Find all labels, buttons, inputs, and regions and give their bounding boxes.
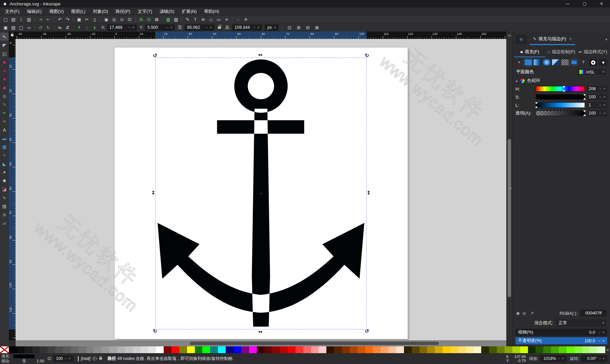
rgba-input[interactable]: 000407ff — [580, 310, 607, 317]
palette-swatch[interactable] — [365, 346, 373, 353]
current-layer-name[interactable]: [root] — [81, 356, 90, 361]
paint-bucket-tool[interactable]: ◣ — [0, 160, 8, 168]
palette-swatch[interactable] — [505, 346, 512, 353]
chevron-down-icon[interactable]: ▾ — [605, 37, 607, 42]
layer-lock-icon[interactable] — [99, 358, 102, 360]
fill-color-swatch[interactable] — [14, 355, 35, 358]
palette-swatch[interactable] — [412, 346, 420, 353]
palette-swatch[interactable] — [373, 346, 381, 353]
increment-button[interactable]: + — [210, 25, 212, 30]
palette-swatch[interactable] — [210, 346, 218, 353]
zoom-input[interactable]: 1018% − + — [540, 355, 567, 362]
spray-tool[interactable]: ✺ — [0, 177, 8, 185]
stroke-value[interactable]: 无 — [14, 359, 35, 363]
palette-swatch[interactable] — [551, 346, 559, 353]
increment-button[interactable]: + — [562, 356, 564, 361]
decrement-button[interactable]: − — [558, 356, 560, 361]
decrement-button[interactable]: − — [253, 25, 256, 30]
redo-icon[interactable]: ↷ — [64, 17, 72, 22]
palette-swatch[interactable] — [582, 346, 590, 353]
decrement-button[interactable]: − — [599, 86, 602, 91]
menu-item-2[interactable]: 编辑(E) — [23, 8, 45, 15]
increment-button[interactable]: + — [68, 356, 71, 361]
decrement-button[interactable]: − — [206, 25, 208, 30]
height-input[interactable]: 109.344−+ — [232, 24, 262, 31]
palette-config-icon[interactable]: ≡ — [605, 346, 610, 353]
text-tool[interactable]: A — [0, 126, 8, 134]
palette-swatch[interactable] — [133, 346, 141, 353]
select-all-icon[interactable]: ▣ — [2, 25, 9, 30]
palette-swatch[interactable] — [481, 346, 489, 353]
transform-pattern-toggle-icon[interactable]: ⊠ — [313, 25, 321, 30]
alpha-input[interactable]: 100−+ — [587, 110, 607, 117]
menu-item-1[interactable]: 文件(F) — [1, 8, 23, 15]
node-tool[interactable]: ◤ — [0, 41, 8, 49]
increment-button[interactable]: + — [257, 25, 260, 30]
palette-swatch[interactable] — [590, 346, 597, 353]
horizontal-scrollbar[interactable] — [16, 340, 506, 346]
increment-button[interactable]: + — [603, 95, 606, 99]
fill-stroke-indicator[interactable]: 填充: 描边: 无 1.00 — [1, 354, 44, 363]
display-mode-icon[interactable]: ▭ — [506, 32, 512, 39]
cms-circle-icon[interactable]: ◎ — [522, 311, 526, 316]
zoom-to-page-icon[interactable]: ⊙ — [118, 17, 126, 22]
selection-handle-t[interactable]: ↔ — [258, 53, 263, 58]
selection-handle-tr[interactable]: ↻ — [365, 53, 369, 58]
palette-swatch[interactable] — [63, 346, 71, 353]
minimize-button[interactable]: — — [559, 0, 576, 7]
fill-rule-evenodd-button[interactable] — [589, 59, 597, 66]
palette-swatch[interactable] — [102, 346, 109, 353]
flip-horizontal-icon[interactable]: ⇋ — [56, 25, 64, 30]
transform-stroke-toggle-icon[interactable]: ⊡ — [286, 25, 293, 30]
palette-swatch[interactable] — [543, 346, 551, 353]
palette-swatch[interactable] — [241, 346, 249, 353]
selection-handle-tl[interactable]: ↺ — [153, 53, 157, 58]
palette-swatch[interactable] — [218, 346, 226, 353]
palette-swatch[interactable] — [9, 346, 17, 353]
mesh-gradient-tool[interactable]: ▦ — [0, 143, 8, 151]
layers-dialog-icon[interactable]: ≋ — [199, 17, 207, 22]
menu-item-4[interactable]: 图层(L) — [67, 8, 89, 15]
palette-swatch[interactable] — [388, 346, 396, 353]
palette-swatch[interactable] — [71, 346, 79, 353]
paint-pattern-button[interactable] — [561, 59, 569, 65]
palette-swatch[interactable] — [117, 346, 125, 353]
units-dropdown[interactable]: px ▾ — [265, 24, 279, 31]
decrement-button[interactable]: − — [166, 25, 168, 30]
no-color-swatch[interactable] — [0, 346, 9, 353]
rotation-center-marker[interactable] — [259, 191, 263, 196]
decrement-button[interactable]: − — [128, 25, 130, 30]
text-dialog-icon[interactable]: T — [191, 17, 199, 22]
menu-item-10[interactable]: 帮助(H) — [200, 8, 223, 15]
gradient-tool[interactable]: ▬ — [0, 134, 8, 142]
palette-swatch[interactable] — [512, 346, 520, 353]
selection-handle-l[interactable]: ↕ — [151, 190, 156, 196]
find-replace-icon[interactable]: ◌ — [234, 17, 242, 22]
palette-swatch[interactable] — [272, 346, 280, 353]
palette-swatch[interactable] — [319, 346, 326, 353]
palette-swatch[interactable] — [47, 346, 55, 353]
palette-swatch[interactable] — [164, 346, 171, 353]
spiral-tool[interactable]: ◎ — [0, 92, 8, 100]
increment-button[interactable]: + — [603, 111, 606, 116]
rotation-input[interactable]: 0.00° − + — [581, 355, 607, 362]
layer-indicator[interactable]: [root] — [78, 356, 102, 361]
ungroup-icon[interactable]: ▧ — [172, 17, 180, 22]
palette-swatch[interactable] — [179, 346, 187, 353]
palette-swatch[interactable] — [443, 346, 450, 353]
palette-swatch[interactable] — [520, 346, 528, 353]
palette-swatch[interactable] — [288, 346, 296, 353]
unlink-clone-icon[interactable]: ⊠ — [153, 17, 161, 22]
decrement-button[interactable]: − — [598, 339, 601, 343]
increment-button[interactable]: + — [602, 330, 605, 335]
palette-swatch[interactable] — [450, 346, 458, 353]
decrement-button[interactable]: − — [598, 356, 601, 361]
palette-swatch[interactable] — [125, 346, 133, 353]
selection-bounding-box[interactable]: ↺↔↻↕↕↻↔↺ — [155, 58, 367, 329]
increment-button[interactable]: + — [603, 356, 605, 361]
paint-flat-color-button[interactable] — [525, 59, 532, 65]
save-document-icon[interactable]: ⇓ — [17, 17, 25, 22]
x-input[interactable]: 17.469−+ — [107, 24, 137, 31]
selection-handle-br[interactable]: ↺ — [365, 329, 369, 334]
zoom-1-1-icon[interactable]: ⊡ — [126, 17, 134, 22]
